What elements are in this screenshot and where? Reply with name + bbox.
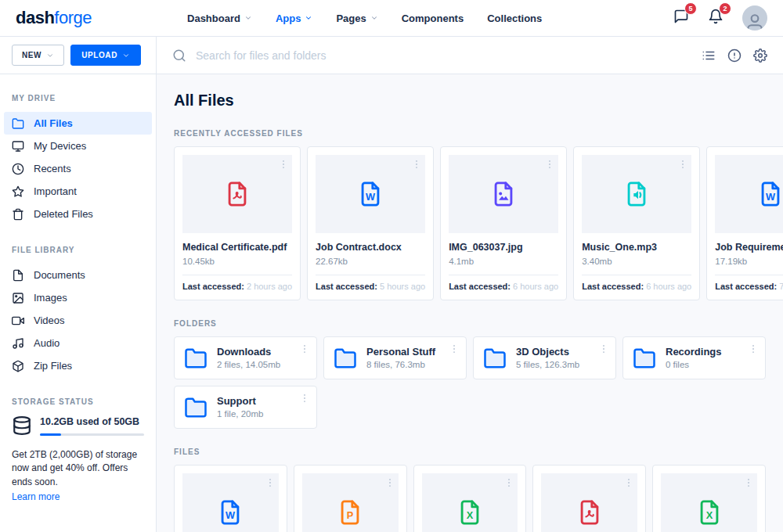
notifications-button[interactable]: 2 [708,9,723,27]
new-button[interactable]: NEW [12,45,64,66]
more-vertical-icon[interactable] [265,477,276,488]
sidebar-item-images[interactable]: Images [4,286,152,309]
file-accessed: Last accessed: 6 hours ago [582,275,691,292]
sidebar-item-all-files[interactable]: All Files [4,112,152,135]
list-view-icon[interactable] [702,49,716,63]
sidebar-section-title: FILE LIBRARY [12,246,144,254]
sidebar-item-videos[interactable]: Videos [4,309,152,332]
sidebar-item-zip-files[interactable]: Zip Files [4,354,152,377]
sidebar-item-deleted-files[interactable]: Deleted Files [4,203,152,225]
star-icon [12,185,24,198]
file-card[interactable]: IMG_063037.jpg4.1mbLast accessed: 6 hour… [440,146,567,300]
file-accessed-label: Last accessed: [316,282,377,291]
monitor-icon [12,140,24,153]
file-accessed-label: Last accessed: [715,282,777,291]
nav-item-pages[interactable]: Pages [336,13,377,24]
file-size: 10.45kb [182,256,292,267]
sidebar-item-label: Zip Files [34,360,72,372]
file-accessed: Last accessed: 6 hours ago [449,275,558,292]
more-vertical-icon[interactable] [743,477,754,488]
search-bar [157,37,783,74]
user-avatar[interactable] [742,5,767,31]
info-alert-icon[interactable] [727,49,742,63]
folder-card[interactable]: 3D Objects5 files, 126.3mb [473,336,616,379]
trash-icon [12,208,24,221]
file-icon [12,269,24,282]
sidebar-item-documents[interactable]: Documents [4,264,152,286]
folder-icon [12,117,24,130]
sidebar-item-audio[interactable]: Audio [4,332,152,354]
search-icon [172,49,186,63]
file-size: 4.1mb [449,256,558,267]
more-vertical-icon[interactable] [748,343,759,354]
word-file-icon: W [757,181,783,207]
svg-text:W: W [766,191,776,203]
file-card[interactable]: X [652,465,766,532]
messages-button[interactable]: 5 [673,9,689,27]
more-vertical-icon[interactable] [278,159,289,170]
more-vertical-icon[interactable] [299,393,310,404]
nav-item-apps[interactable]: Apps [276,13,313,24]
more-vertical-icon[interactable] [677,159,688,170]
more-vertical-icon[interactable] [411,159,422,170]
new-button-label: NEW [22,51,41,59]
file-card[interactable]: Music_One.mp33.40mbLast accessed: 6 hour… [573,146,700,300]
file-accessed-label: Last accessed: [582,282,644,291]
sidebar-item-important[interactable]: Important [4,180,152,203]
file-thumbnail [582,155,691,233]
folder-info: Downloads2 files, 14.05mb [217,346,280,370]
notifications-badge: 2 [719,2,731,15]
file-card[interactable]: X [413,465,527,532]
more-vertical-icon[interactable] [449,343,460,354]
folder-card[interactable]: Support1 file, 20mb [174,386,317,429]
file-card[interactable]: Medical Certificate.pdf10.45kbLast acces… [174,146,301,300]
folder-name: Downloads [217,346,280,358]
file-card[interactable] [532,465,646,532]
nav-item-dashboard[interactable]: Dashboard [187,13,252,24]
sidebar-item-my-devices[interactable]: My Devices [4,135,152,157]
file-card[interactable]: P [294,465,407,532]
brand-logo[interactable]: dashforge [16,8,92,28]
nav-item-collections[interactable]: Collections [487,13,542,24]
folder-info: 3D Objects5 files, 126.3mb [516,346,579,370]
folder-meta: 0 files [666,360,722,370]
sidebar-item-label: All Files [34,117,73,129]
storage-progress-bar [40,433,144,436]
more-vertical-icon[interactable] [503,477,514,488]
file-card[interactable]: WJob Requirements.docx17.19kbLast access… [706,146,783,300]
more-vertical-icon[interactable] [299,343,310,354]
settings-gear-icon[interactable] [753,49,767,63]
folder-meta: 8 files, 76.3mb [366,360,435,370]
more-vertical-icon[interactable] [544,159,555,170]
nav-item-components[interactable]: Components [402,13,464,24]
package-icon [12,360,24,372]
folder-card[interactable]: Downloads2 files, 14.05mb [174,336,317,379]
upload-button[interactable]: UPLOAD [70,45,141,66]
sidebar-item-recents[interactable]: Recents [4,157,152,180]
file-thumbnail: W [316,155,425,233]
file-card[interactable]: W [174,465,287,532]
main-nav: DashboardAppsPagesComponentsCollections [187,13,542,24]
more-vertical-icon[interactable] [384,477,395,488]
search-input[interactable] [196,49,692,62]
file-accessed-value: 7 hours ago [779,282,783,291]
folders-grid: Downloads2 files, 14.05mbPersonal Stuff8… [174,336,766,429]
sidebar-item-label: Audio [34,337,60,349]
files-grid: WPXX [174,465,766,532]
more-vertical-icon[interactable] [598,343,609,354]
file-thumbnail [182,155,292,233]
brand-logo-accent: forge [54,8,92,27]
storage-status-section: STORAGE STATUS 10.2GB used of 50GB Get 2… [12,397,144,503]
more-vertical-icon[interactable] [623,477,634,488]
folder-card[interactable]: Personal Stuff8 files, 76.3mb [323,336,467,379]
chevron-down-icon [244,14,252,22]
file-card[interactable]: WJob Contract.docx22.67kbLast accessed: … [307,146,434,300]
folder-name: 3D Objects [516,346,579,358]
learn-more-link[interactable]: Learn more [12,491,60,502]
user-icon [745,13,765,31]
folder-meta: 2 files, 14.05mb [217,360,280,370]
sidebar: MY DRIVEAll FilesMy DevicesRecentsImport… [0,74,157,532]
file-name: Job Contract.docx [316,242,425,253]
folder-info: Support1 file, 20mb [217,395,263,419]
folder-card[interactable]: Recordings0 files [622,336,766,379]
